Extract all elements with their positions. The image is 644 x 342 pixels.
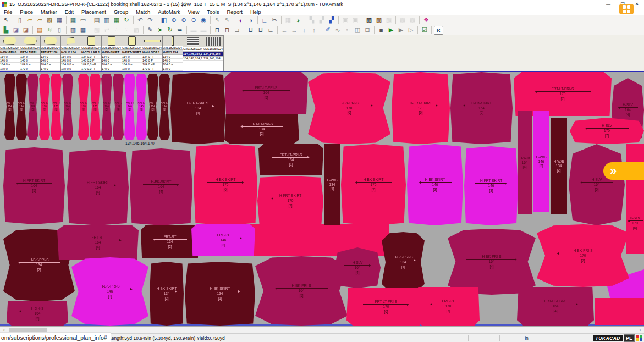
spread-a-icon[interactable]: ▧: [92, 26, 102, 35]
zoom-in-alt-icon[interactable]: ⊕: [179, 16, 189, 25]
marker-piece-h-bk-skirt[interactable]: H-BK-SKIRT170[6]: [194, 144, 257, 225]
automark-play-icon[interactable]: ▶: [387, 26, 396, 35]
marker-piece-frt-lt-pri-s[interactable]: FRT-LT-PRI-S164[4]: [517, 287, 594, 326]
overview-collar-piece[interactable]: H-COLLAR146[3]: [136, 74, 147, 140]
move-down-icon[interactable]: ↓: [300, 26, 309, 35]
marker-piece-h-bk-pri-s[interactable]: H-BK-PRI-S164[4]: [448, 229, 536, 295]
block-a-icon[interactable]: ▣: [341, 16, 350, 25]
zoom-in-icon[interactable]: ⊕: [169, 16, 179, 25]
matrix-c-icon[interactable]: ▩: [398, 16, 408, 25]
menu-placement[interactable]: Placement: [78, 8, 110, 15]
fold-a-icon[interactable]: ⊔: [246, 26, 256, 35]
strip-multi-icon[interactable]: ▦: [79, 26, 88, 35]
match-plaid-icon[interactable]: ❖: [422, 16, 431, 25]
fold-c-icon[interactable]: ⊏: [266, 26, 276, 35]
marker-piece-h-bk-pri-s[interactable]: H-BK-PRI-S170[6]: [308, 72, 390, 144]
tuck-a-icon[interactable]: ⊓: [213, 26, 222, 35]
palette-piece-card[interactable]: OJS18250224H-BK-PRI-S134 0 ~146 0164 0 ~…: [0, 35, 20, 71]
menu-report[interactable]: Report: [223, 8, 246, 15]
menu-automark[interactable]: AutoMark: [154, 8, 184, 15]
measure-line-icon[interactable]: ∟: [260, 16, 269, 25]
new-marker-icon[interactable]: ▯: [15, 16, 25, 25]
sizes-list-icon[interactable]: ≋: [45, 26, 54, 35]
marker-piece-partial[interactable]: [595, 298, 644, 325]
marker-piece-h-slv[interactable]: H-SLV170[6]: [626, 192, 644, 254]
menu-edit[interactable]: Edit: [61, 8, 78, 15]
pick-group-icon[interactable]: ↖: [223, 16, 232, 25]
marker-piece-h-frt-skirt[interactable]: H-FRT-SKIRT170[7]: [257, 176, 323, 225]
marker-piece-h-bk-pri-s[interactable]: H-BK-PRI-S134[1]: [382, 232, 425, 293]
pieces-color-icon[interactable]: ▙: [2, 26, 11, 35]
matrix-d-icon[interactable]: ▩: [408, 16, 417, 25]
marker-piece-h-frt-skirt[interactable]: H-FRT-SKIRT170[6]: [392, 72, 450, 144]
slide-piece-icon[interactable]: ➥: [175, 26, 185, 35]
menu-file[interactable]: File: [0, 8, 16, 15]
pick-piece-icon[interactable]: ↖: [213, 16, 222, 25]
slide-panel-chevron-button[interactable]: »: [603, 162, 644, 180]
open-marker-icon[interactable]: ▱: [25, 16, 35, 25]
draw-icon[interactable]: ✎: [146, 26, 155, 35]
palette-piece-card[interactable]: OJS18250224134,146,164,1134,146,164,1: [183, 35, 203, 71]
palette-piece-card[interactable]: OJS18250224H-COLLAR 1134 0,0 ~F146 0,0 P…: [81, 35, 102, 71]
save-icon[interactable]: ▦: [55, 16, 64, 25]
marker-piece-frt-rt[interactable]: FRT-RT164[4]: [57, 225, 139, 260]
palette-piece-card[interactable]: OJS18250224134,146,164134,146,164: [203, 35, 224, 71]
palette-piece-card[interactable]: OJS18250224H-SLV 134134 0,0 ~146 0,0164 …: [61, 35, 81, 71]
marker-piece-frt-lt-pri-s[interactable]: FRT-LT-PRI-S170[6]: [346, 288, 426, 326]
pointer-icon[interactable]: ↖: [2, 16, 11, 25]
delete-file-icon[interactable]: ▭: [79, 16, 88, 25]
band-a-icon[interactable]: ▬: [189, 26, 199, 35]
marker-piece-frt-lt-pri-s[interactable]: FRT-LT-PRI-S164[5]: [224, 72, 308, 114]
place-piece-icon[interactable]: ➤: [156, 26, 165, 35]
overview-collar-piece[interactable]: H-COLLAR164[5]: [101, 74, 112, 140]
curve-icon[interactable]: ≈: [343, 26, 353, 35]
block-b-icon[interactable]: ▣: [351, 16, 360, 25]
spread-e-icon[interactable]: ▩: [132, 26, 141, 35]
marker-piece-h-frt-skirt[interactable]: H-FRT-SKIRT146[3]: [464, 146, 518, 225]
palette-piece-card[interactable]: OJS18250224H-BK-SKIRT134 0 ~146 0164 0 ~…: [102, 35, 122, 71]
marker-piece-h-bk-skirt[interactable]: H-BK-SKIRT134[2]: [150, 262, 184, 326]
save-database-icon[interactable]: ▦: [69, 16, 78, 25]
blank-doc-icon[interactable]: ▯: [55, 26, 64, 35]
strip-single-icon[interactable]: ▥: [69, 26, 78, 35]
zoom-out-icon[interactable]: ⊖: [189, 16, 199, 25]
print-icon[interactable]: ▤: [92, 16, 102, 25]
marker-piece-h-frt-skirt[interactable]: H-FRT-SKIRT134[1]: [170, 73, 225, 144]
step-end-icon[interactable]: ▷: [406, 26, 416, 35]
marker-piece-h-bk-skirt[interactable]: H-BK-SKIRT146[3]: [407, 144, 463, 225]
marker-piece-frt-rt[interactable]: FRT-RT134[2]: [141, 225, 199, 258]
marker-piece-h-bk-pri-s[interactable]: H-BK-PRI-S164[5]: [255, 256, 348, 326]
marker-piece-h-frt-skirt[interactable]: H-FRT-SKIRT164[4]: [67, 150, 129, 225]
order-doc-icon[interactable]: ▤: [35, 26, 45, 35]
redo-icon[interactable]: ↷: [146, 16, 155, 25]
wave-icon[interactable]: ∿: [333, 26, 343, 35]
import-icon[interactable]: ▨: [45, 16, 54, 25]
marker-piece-h-slv[interactable]: H-SLV164[5]: [569, 144, 625, 225]
marker-piece-frt-lt-pri-s[interactable]: FRT-LT-PRI-S134[1]: [258, 144, 323, 175]
cut-piece-icon[interactable]: ✂: [270, 16, 279, 25]
zoom-window-icon[interactable]: ◧: [159, 16, 169, 25]
fold-b-icon[interactable]: ⊔: [256, 26, 266, 35]
marker-piece-h-w/b[interactable]: H-W/B134[1]: [324, 144, 340, 225]
marker-piece-h-bk-skirt[interactable]: H-BK-SKIRT170[7]: [341, 144, 406, 225]
print-preview-icon[interactable]: ▥: [102, 16, 112, 25]
marker-piece-h-bk-skirt[interactable]: H-BK-SKIRT134[1]: [185, 262, 255, 326]
marker-piece-h-slv[interactable]: H-SLV170[7]: [570, 118, 644, 144]
undo-icon[interactable]: ↶: [136, 16, 145, 25]
r-mode-button[interactable]: R: [434, 26, 443, 35]
open-model-icon[interactable]: ▱: [35, 16, 45, 25]
menu-group[interactable]: Group: [110, 8, 132, 15]
overview-collar-piece[interactable]: H-COLLAR134[1]: [147, 74, 158, 140]
palette-piece-card[interactable]: OJS18250224FRT-LT-PRI134 0 ~146 0164 0 ~…: [20, 35, 41, 71]
overview-collar-piece[interactable]: H-COLLAR164[5]: [27, 74, 38, 140]
stop-icon[interactable]: ■: [377, 26, 386, 35]
overlay-grid-button[interactable]: [619, 4, 634, 14]
marker-piece-frt-lt-pri-s[interactable]: FRT-LT-PRI-S170[7]: [514, 72, 612, 116]
overview-collar-piece[interactable]: H-COLLAR170[6]: [51, 74, 62, 140]
overview-collar-piece[interactable]: H-COLLAR170[8]: [90, 74, 101, 140]
marker-workspace[interactable]: 134,146,164,170 H-FRT-SKIRT134[1]FRT-LT-…: [0, 71, 644, 327]
move-left-icon[interactable]: ←: [280, 26, 289, 35]
overview-collar-piece[interactable]: H-COLLAR170[6]: [78, 74, 89, 140]
flip-horizontal-icon[interactable]: ◑: [246, 16, 256, 25]
marker-piece-frt-lt-pri-s[interactable]: FRT-LT-PRI-S134[2]: [224, 114, 299, 144]
